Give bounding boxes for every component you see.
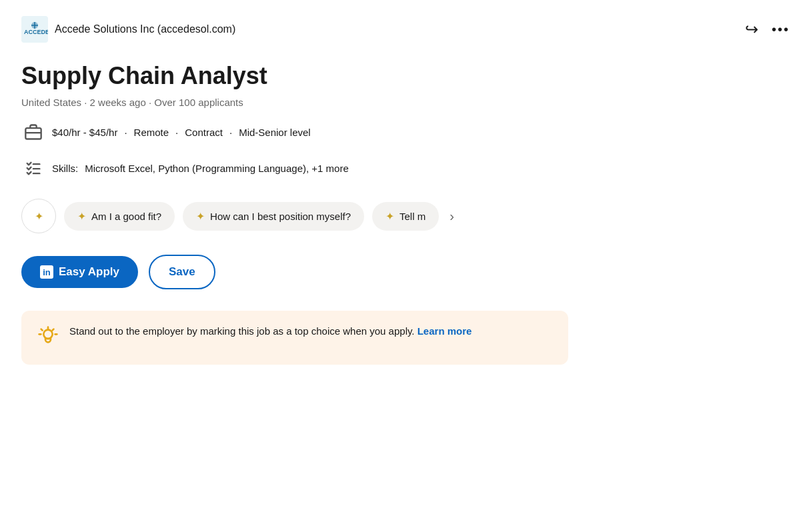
ai-suggestions-row: ✦ ✦ Am I a good fit? ✦ How can I best po… (21, 199, 790, 233)
banner-text: Stand out to the employer by marking thi… (69, 325, 415, 337)
company-logo: ACCEDE (21, 16, 48, 43)
learn-more-link[interactable]: Learn more (418, 325, 472, 337)
job-posted: 2 weeks ago (90, 97, 146, 108)
diamond-icon-4: ✦ (385, 210, 394, 223)
meta-separator-1: · (84, 97, 89, 108)
ai-good-fit-button[interactable]: ✦ Am I a good fit? (64, 202, 175, 231)
save-button[interactable]: Save (149, 255, 215, 289)
lightbulb-icon (37, 325, 59, 351)
job-applicants: Over 100 applicants (154, 97, 243, 108)
ai-good-fit-label: Am I a good fit? (91, 211, 161, 222)
details-separator-3: · (229, 127, 232, 138)
save-label: Save (169, 265, 195, 279)
ai-position-button[interactable]: ✦ How can I best position myself? (183, 202, 364, 231)
diamond-icon-2: ✦ (77, 210, 86, 223)
skills-list: Microsoft Excel, Python (Programming Lan… (85, 163, 349, 174)
easy-apply-button[interactable]: in Easy Apply (21, 256, 138, 288)
easy-apply-label: Easy Apply (59, 265, 119, 279)
diamond-icon: ✦ (35, 210, 43, 223)
chevron-right-icon[interactable]: › (450, 209, 454, 224)
svg-rect-5 (25, 128, 41, 139)
action-buttons: in Easy Apply Save (21, 255, 790, 289)
ai-circle-button[interactable]: ✦ (21, 199, 56, 233)
header-actions: ↪ ••• (745, 20, 790, 39)
linkedin-icon: in (40, 265, 53, 279)
company-info: ACCEDE Accede Solutions Inc (accedesol.c… (21, 16, 235, 43)
skills-row: Skills: Microsoft Excel, Python (Program… (21, 156, 790, 180)
briefcase-icon (21, 120, 45, 144)
job-salary: $40/hr - $45/hr (52, 127, 117, 138)
skills-checklist-icon (21, 156, 45, 180)
company-name[interactable]: Accede Solutions Inc (accedesol.com) (55, 23, 235, 35)
job-details: $40/hr - $45/hr · Remote · Contract · Mi… (21, 120, 790, 144)
more-options-icon[interactable]: ••• (772, 22, 790, 37)
svg-point-10 (43, 330, 52, 339)
diamond-icon-3: ✦ (196, 210, 205, 223)
details-separator-2: · (175, 127, 178, 138)
job-work-type: Remote (134, 127, 169, 138)
top-choice-banner: Stand out to the employer by marking thi… (21, 311, 568, 365)
job-contract: Contract (185, 127, 223, 138)
details-separator-1: · (124, 127, 127, 138)
ai-position-label: How can I best position myself? (210, 211, 351, 222)
share-icon[interactable]: ↪ (745, 20, 758, 39)
job-meta: United States · 2 weeks ago · Over 100 a… (21, 97, 790, 108)
job-level: Mid-Senior level (239, 127, 311, 138)
job-location: United States (21, 97, 81, 108)
svg-line-13 (41, 329, 43, 331)
banner-content: Stand out to the employer by marking thi… (69, 324, 472, 339)
svg-text:ACCEDE: ACCEDE (24, 29, 48, 35)
ai-tell-label: Tell m (399, 211, 426, 222)
page-header: ACCEDE Accede Solutions Inc (accedesol.c… (21, 16, 790, 43)
skills-label: Skills: (52, 163, 78, 174)
svg-line-16 (53, 329, 54, 331)
job-title: Supply Chain Analyst (21, 61, 790, 90)
ai-tell-button[interactable]: ✦ Tell m (372, 202, 439, 231)
